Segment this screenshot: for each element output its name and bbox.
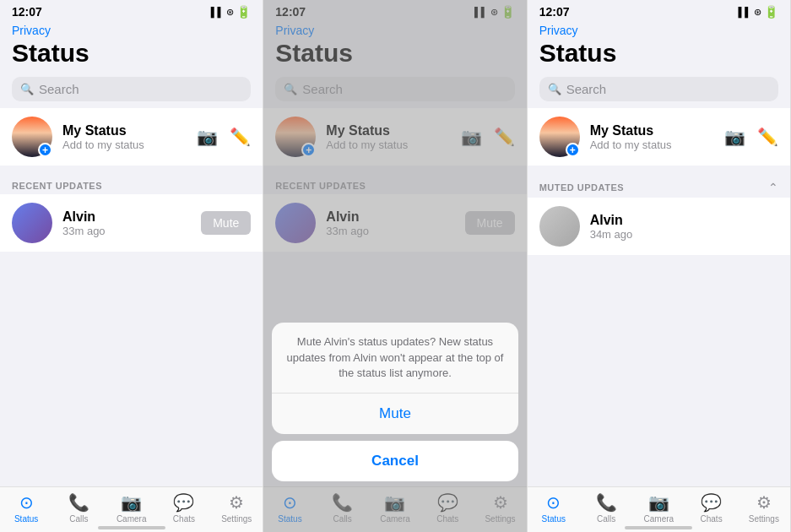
alvin-info-left: Alvin 33m ago xyxy=(62,209,191,237)
nav-camera-label-right: Camera xyxy=(644,514,675,524)
alvin-muted-row-right[interactable]: Alvin 34m ago xyxy=(528,198,790,255)
alvin-avatar-left xyxy=(12,203,52,243)
my-status-info-left: My Status Add to my status xyxy=(62,123,187,151)
nav-chats-left[interactable]: 💬 Chats xyxy=(158,492,210,524)
alvin-time-left: 33m ago xyxy=(62,225,191,237)
my-status-name-right: My Status xyxy=(590,123,714,138)
search-icon-left: 🔍 xyxy=(20,83,34,95)
time-left: 12:07 xyxy=(12,5,42,19)
my-status-name-left: My Status xyxy=(62,123,187,138)
mute-button-left[interactable]: Mute xyxy=(201,211,251,235)
alvin-muted-info-right: Alvin 34m ago xyxy=(590,213,778,241)
action-sheet-middle: Mute Alvin's status updates? New status … xyxy=(272,323,517,481)
cancel-button-middle[interactable]: Cancel xyxy=(272,441,517,481)
search-bar-left[interactable]: 🔍 Search xyxy=(12,77,251,101)
nav-chats-label-left: Chats xyxy=(173,514,195,524)
nav-settings-label-right: Settings xyxy=(749,514,779,524)
status-actions-left: 📷 ✏️ xyxy=(197,127,251,147)
pencil-icon-left[interactable]: ✏️ xyxy=(230,127,251,147)
nav-calls-label-right: Calls xyxy=(597,514,615,524)
alvin-muted-name-right: Alvin xyxy=(590,213,778,228)
add-status-icon-left[interactable]: + xyxy=(38,143,52,157)
search-placeholder-right: Search xyxy=(566,82,607,96)
chevron-down-icon-right: ⌃ xyxy=(768,181,778,194)
camera-icon-right[interactable]: 📷 xyxy=(724,127,745,147)
my-status-info-right: My Status Add to my status xyxy=(590,123,714,151)
divider-right xyxy=(528,166,790,172)
nav-calls-right[interactable]: 📞 Calls xyxy=(580,492,632,524)
status-icons-left: ▌▌⊛🔋 xyxy=(211,5,252,19)
nav-calls-label-left: Calls xyxy=(69,514,88,524)
my-status-sub-left: Add to my status xyxy=(62,138,187,151)
nav-camera-left[interactable]: 📷 Camera xyxy=(106,492,158,524)
nav-status-icon-right: ⊙ xyxy=(546,492,561,513)
panel-right: 12:07 ▌▌⊛🔋 Privacy Status 🔍 Search + My … xyxy=(528,0,791,532)
alvin-name-left: Alvin xyxy=(62,209,191,225)
nav-camera-label-left: Camera xyxy=(116,514,147,524)
status-icons-right: ▌▌⊛🔋 xyxy=(738,5,778,19)
nav-status-icon-left: ⊙ xyxy=(19,492,34,513)
search-placeholder-left: Search xyxy=(39,82,79,96)
nav-camera-icon-right: 📷 xyxy=(648,492,669,513)
my-status-row-right[interactable]: + My Status Add to my status 📷 ✏️ xyxy=(528,108,790,166)
panel-middle: 12:07 ▌▌⊛🔋 Privacy Status 🔍 Search + My … xyxy=(263,0,527,532)
time-right: 12:07 xyxy=(539,5,570,19)
mute-confirm-button[interactable]: Mute xyxy=(272,394,517,434)
status-actions-right: 📷 ✏️ xyxy=(724,127,778,147)
home-indicator-left xyxy=(98,526,165,529)
header-right: Privacy Status xyxy=(528,20,790,72)
nav-chats-right[interactable]: 💬 Chats xyxy=(685,492,737,524)
action-sheet-card-middle: Mute Alvin's status updates? New status … xyxy=(272,323,517,434)
home-indicator-right xyxy=(625,526,692,529)
page-title-left: Status xyxy=(12,39,251,67)
camera-icon-left[interactable]: 📷 xyxy=(197,127,218,147)
avatar-container-left: + xyxy=(12,117,52,157)
nav-settings-right[interactable]: ⚙ Settings xyxy=(738,492,790,524)
nav-calls-icon-right: 📞 xyxy=(596,492,617,513)
muted-section-label-right: MUTED UPDATES xyxy=(539,182,624,193)
nav-chats-icon-left: 💬 xyxy=(173,492,194,513)
action-sheet-message: Mute Alvin's status updates? New status … xyxy=(272,323,517,394)
header-left: Privacy Status xyxy=(0,20,263,72)
alvin-muted-avatar-right xyxy=(539,206,580,247)
alvin-muted-time-right: 34m ago xyxy=(590,228,778,241)
nav-status-label-left: Status xyxy=(14,514,38,524)
privacy-link-right[interactable]: Privacy xyxy=(539,24,778,37)
page-title-right: Status xyxy=(539,39,778,67)
search-icon-right: 🔍 xyxy=(548,83,561,95)
search-bar-right[interactable]: 🔍 Search xyxy=(539,77,778,101)
bottom-nav-right: ⊙ Status 📞 Calls 📷 Camera 💬 Chats ⚙ Sett… xyxy=(528,486,790,532)
nav-calls-icon-left: 📞 xyxy=(68,492,89,513)
alvin-row-left[interactable]: Alvin 33m ago Mute xyxy=(0,194,263,252)
panel-left: 12:07 ▌▌⊛🔋 Privacy Status 🔍 Search + My … xyxy=(0,0,263,532)
pencil-icon-right[interactable]: ✏️ xyxy=(757,127,778,147)
avatar-container-right: + xyxy=(539,117,580,157)
nav-status-left[interactable]: ⊙ Status xyxy=(0,492,52,524)
nav-calls-left[interactable]: 📞 Calls xyxy=(52,492,105,524)
status-bar-left: 12:07 ▌▌⊛🔋 xyxy=(0,0,263,20)
nav-settings-label-left: Settings xyxy=(221,514,252,524)
nav-status-label-right: Status xyxy=(542,514,566,524)
nav-camera-right[interactable]: 📷 Camera xyxy=(632,492,685,524)
nav-settings-left[interactable]: ⚙ Settings xyxy=(210,492,263,524)
nav-settings-icon-left: ⚙ xyxy=(229,492,244,513)
add-status-icon-right[interactable]: + xyxy=(566,143,580,157)
muted-section-header-right[interactable]: MUTED UPDATES ⌃ xyxy=(528,172,790,198)
status-bar-right: 12:07 ▌▌⊛🔋 xyxy=(528,0,790,20)
privacy-link-left[interactable]: Privacy xyxy=(12,24,251,37)
nav-chats-icon-right: 💬 xyxy=(701,492,722,513)
recent-section-left: RECENT UPDATES xyxy=(0,172,263,194)
my-status-row-left[interactable]: + My Status Add to my status 📷 ✏️ xyxy=(0,108,263,166)
nav-settings-icon-right: ⚙ xyxy=(756,492,772,513)
nav-status-right[interactable]: ⊙ Status xyxy=(528,492,580,524)
bottom-nav-left: ⊙ Status 📞 Calls 📷 Camera 💬 Chats ⚙ Sett… xyxy=(0,486,263,532)
nav-chats-label-right: Chats xyxy=(701,514,723,524)
my-status-sub-right: Add to my status xyxy=(590,138,714,151)
divider-left xyxy=(0,166,263,172)
nav-camera-icon-left: 📷 xyxy=(121,492,142,513)
